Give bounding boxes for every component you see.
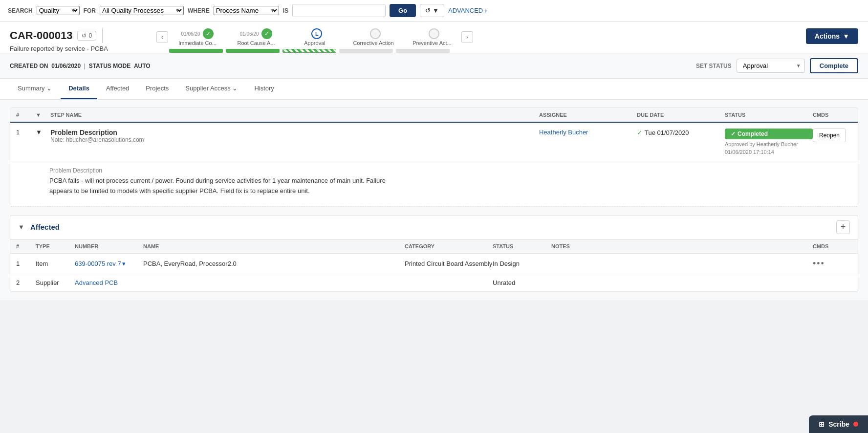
actions-button[interactable]: Actions ▼ bbox=[806, 28, 858, 44]
chevron-down-icon-actions: ▼ bbox=[843, 32, 849, 40]
search-quality-wrapper[interactable]: Quality ▼ bbox=[37, 6, 80, 15]
table-row: 1 Item 639-00075 rev 7 ▾ PCBA, EveryRoad… bbox=[10, 254, 858, 274]
more-options-button-1[interactable]: ••• bbox=[813, 259, 825, 268]
aff-row-1-status: In Design bbox=[493, 260, 551, 267]
status-select[interactable]: Approval bbox=[737, 59, 805, 73]
bar-1 bbox=[169, 49, 223, 53]
aff-row-2-type: Supplier bbox=[36, 279, 75, 286]
step-label-3: Approval bbox=[304, 40, 325, 46]
status-right: SET STATUS Approval ▼ Complete bbox=[696, 58, 858, 73]
all-processes-select[interactable]: All Quality Processes bbox=[100, 6, 184, 15]
set-status-label: SET STATUS bbox=[696, 63, 732, 69]
progress-bars bbox=[156, 49, 796, 53]
col-number: # bbox=[16, 112, 36, 118]
aff-col-category: CATEGORY bbox=[405, 243, 493, 249]
step-name: Problem Description bbox=[50, 129, 539, 136]
aff-row-1-num: 1 bbox=[16, 260, 36, 267]
chevron-down-icon-item1: ▾ bbox=[122, 260, 126, 267]
for-label: FOR bbox=[84, 7, 96, 14]
car-header: CAR-000013 ↺ 0 Failure reported by servi… bbox=[0, 22, 868, 53]
is-label: IS bbox=[283, 7, 288, 14]
step-label-1: Immediate Co... bbox=[178, 40, 217, 46]
aff-row-2-num: 2 bbox=[16, 279, 36, 286]
aff-col-type: TYPE bbox=[36, 243, 75, 249]
step-label-4: Corrective Action bbox=[353, 40, 393, 46]
aff-row-1-name: PCBA, EveryRoad, Processor2.0 bbox=[143, 260, 405, 267]
col-cmds: CMDS bbox=[813, 112, 852, 118]
progress-left-arrow[interactable]: ‹ bbox=[156, 31, 168, 43]
search-label: SEARCH bbox=[8, 7, 33, 14]
step-cmds-cell: Reopen bbox=[813, 129, 852, 142]
tab-details[interactable]: Details bbox=[61, 79, 97, 99]
step-preventive: Preventive Act... bbox=[403, 28, 461, 46]
step-status-cell: ✓ Completed Approved by Heatherly Bucher… bbox=[725, 129, 813, 155]
affected-collapse-btn[interactable]: ▼ bbox=[18, 223, 24, 231]
col-assignee: ASSIGNEE bbox=[539, 112, 637, 118]
step-approval: L Approval bbox=[285, 28, 344, 46]
all-processes-wrapper[interactable]: All Quality Processes ▼ bbox=[100, 6, 184, 15]
search-quality-select[interactable]: Quality bbox=[37, 6, 80, 15]
progress-steps: ‹ 01/06/20 ✓ Immediate Co... 01/06/20 ✓ … bbox=[156, 28, 796, 46]
check-icon-badge: ✓ bbox=[731, 130, 736, 137]
history-button[interactable]: ↺ ▼ bbox=[420, 4, 444, 17]
tabs-bar: Summary ⌄ Details Affected Projects Supp… bbox=[0, 79, 868, 100]
affected-section: ▼ Affected + # TYPE NUMBER NAME CATEGORY… bbox=[10, 215, 858, 292]
item-number-link-2[interactable]: Advanced PCB bbox=[75, 279, 143, 286]
aff-row-1-cmds[interactable]: ••• bbox=[813, 259, 852, 269]
step-assignee: Heatherly Bucher bbox=[539, 129, 637, 136]
tab-supplier-access[interactable]: Supplier Access ⌄ bbox=[177, 79, 245, 99]
approved-by: Approved by Heatherly Bucher bbox=[725, 141, 813, 147]
affected-table-header: # TYPE NUMBER NAME CATEGORY STATUS NOTES… bbox=[10, 239, 858, 254]
history-icon: ↺ bbox=[425, 7, 431, 14]
steps-table-header: # ▼ STEP NAME ASSIGNEE DUE DATE STATUS C… bbox=[10, 108, 858, 123]
affected-header-row: ▼ Affected + bbox=[10, 216, 858, 239]
aff-col-number: NUMBER bbox=[75, 243, 143, 249]
add-affected-button[interactable]: + bbox=[836, 220, 850, 234]
collapse-arrow-icon: ▼ bbox=[36, 112, 41, 118]
reopen-button[interactable]: Reopen bbox=[813, 129, 846, 142]
details-content: ✏ # ▼ STEP NAME ASSIGNEE DUE DATE STATUS… bbox=[0, 100, 868, 300]
progress-right-arrow[interactable]: › bbox=[461, 31, 473, 43]
complete-button[interactable]: Complete bbox=[810, 58, 858, 73]
col-due-date: DUE DATE bbox=[637, 112, 725, 118]
where-label: WHERE bbox=[188, 7, 210, 14]
tab-summary[interactable]: Summary ⌄ bbox=[10, 79, 60, 99]
aff-row-1-number: 639-00075 rev 7 ▾ bbox=[75, 260, 143, 267]
assignee-link[interactable]: Heatherly Bucher bbox=[539, 129, 588, 136]
process-name-select[interactable]: Process Name bbox=[214, 6, 279, 15]
item-number-link-1[interactable]: 639-00075 rev 7 ▾ bbox=[75, 260, 143, 267]
aff-row-2-status: Unrated bbox=[493, 279, 551, 286]
due-date-value: Tue 01/07/2020 bbox=[645, 129, 689, 136]
step-root-cause: 01/06/20 ✓ Root Cause A... bbox=[227, 28, 285, 46]
search-bar: SEARCH Quality ▼ FOR All Quality Process… bbox=[0, 0, 868, 22]
sub-row: Problem Description PCBA fails - will no… bbox=[10, 161, 858, 207]
status-bar: CREATED ON 01/06/2020 | STATUS MODE AUTO… bbox=[0, 53, 868, 79]
bar-3 bbox=[282, 49, 336, 53]
process-name-wrapper[interactable]: Process Name ▼ bbox=[214, 6, 279, 15]
counter-icon: ↺ bbox=[82, 32, 87, 39]
bar-4 bbox=[339, 49, 393, 53]
step-circle-blue-3: L bbox=[311, 28, 322, 39]
col-status: STATUS bbox=[725, 112, 813, 118]
tab-history[interactable]: History bbox=[246, 79, 282, 99]
tab-projects[interactable]: Projects bbox=[138, 79, 176, 99]
advanced-link[interactable]: ADVANCED › bbox=[448, 7, 487, 14]
step-row-expand[interactable]: ▼ bbox=[36, 129, 50, 136]
chevron-down-icon-summary: ⌄ bbox=[46, 85, 52, 92]
step-name-cell: Problem Description Note: hbucher@arenas… bbox=[50, 129, 539, 143]
aff-col-num: # bbox=[16, 243, 36, 249]
tab-affected[interactable]: Affected bbox=[98, 79, 137, 99]
aff-col-name: NAME bbox=[143, 243, 405, 249]
aff-row-2-number: Advanced PCB bbox=[75, 279, 143, 286]
bar-2 bbox=[226, 49, 280, 53]
check-icon: ✓ bbox=[637, 129, 643, 136]
status-select-wrapper[interactable]: Approval ▼ bbox=[737, 59, 805, 73]
approved-date: 01/06/2020 17:10:14 bbox=[725, 149, 813, 155]
go-button[interactable]: Go bbox=[390, 4, 416, 17]
aff-row-1-category: Printed Circuit Board Assembly bbox=[405, 260, 493, 267]
search-input[interactable] bbox=[292, 4, 386, 17]
step-label-2: Root Cause A... bbox=[237, 40, 275, 46]
main-content: CAR-000013 ↺ 0 Failure reported by servi… bbox=[0, 22, 868, 300]
car-progress: ‹ 01/06/20 ✓ Immediate Co... 01/06/20 ✓ … bbox=[147, 28, 806, 53]
status-info: CREATED ON 01/06/2020 | STATUS MODE AUTO bbox=[10, 63, 151, 69]
